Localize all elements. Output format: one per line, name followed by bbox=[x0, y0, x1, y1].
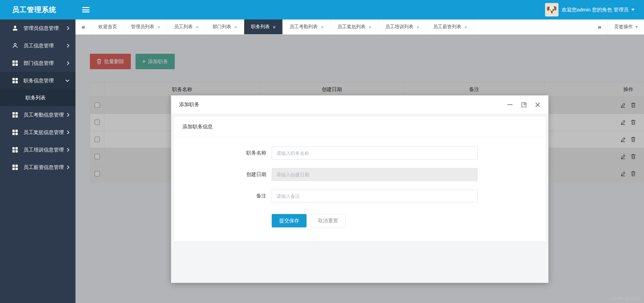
hamburger-menu-icon[interactable] bbox=[82, 7, 90, 12]
admin-user-icon bbox=[12, 25, 18, 31]
grid-icon bbox=[12, 60, 18, 66]
close-icon[interactable]: × bbox=[273, 24, 276, 30]
close-icon[interactable]: × bbox=[369, 24, 372, 30]
position-name-input[interactable] bbox=[272, 146, 478, 160]
chevron-right-icon bbox=[67, 44, 69, 48]
grid-icon bbox=[12, 129, 18, 135]
tab-attendance-list[interactable]: 员工考勤列表× bbox=[283, 19, 331, 34]
sidebar-subitem-position-list[interactable]: 职务列表 bbox=[0, 89, 75, 106]
add-position-card: 添加职务信息 职务名称 创建日期 备注 提交保存 bbox=[174, 117, 546, 242]
sidebar-item-admin-info[interactable]: 管理员信息管理 bbox=[0, 19, 75, 37]
chevron-down-icon bbox=[65, 79, 69, 82]
minimize-icon[interactable] bbox=[507, 102, 513, 107]
sidebar: 管理员信息管理 员工信息管理 部门信息管理 职务信息管理 职务列表 员工考勤 bbox=[0, 19, 75, 303]
tab-position-list[interactable]: 职务列表× bbox=[244, 19, 283, 34]
chevron-right-icon bbox=[67, 148, 69, 152]
chevron-right-icon bbox=[67, 165, 69, 169]
sidebar-item-department-info[interactable]: 部门信息管理 bbox=[0, 54, 75, 72]
sidebar-group-position-info: 职务信息管理 职务列表 bbox=[0, 72, 75, 106]
sidebar-item-salary-info[interactable]: 员工薪资信息管理 bbox=[0, 159, 75, 176]
tabs-scroll-right-icon[interactable]: » bbox=[592, 19, 608, 34]
tabs-scroll-left-icon[interactable]: « bbox=[75, 19, 92, 34]
tab-admin-list[interactable]: 管理员列表× bbox=[124, 19, 167, 34]
submit-save-button[interactable]: 提交保存 bbox=[272, 214, 307, 227]
tab-bar: « 欢迎首页 管理员列表× 员工列表× 部门列表× 职务列表× 员工考勤列表× … bbox=[75, 19, 644, 35]
app-title: 员工管理系统 bbox=[0, 5, 75, 14]
card-title: 添加职务信息 bbox=[174, 117, 546, 137]
chevron-down-icon bbox=[631, 9, 635, 11]
grid-icon bbox=[12, 147, 18, 153]
chevron-right-icon bbox=[67, 26, 69, 30]
modal-title: 添加职务 bbox=[179, 101, 199, 108]
tab-operations-dropdown[interactable]: 页签操作 bbox=[608, 19, 644, 34]
create-date-input[interactable] bbox=[272, 168, 478, 181]
sidebar-item-training-info[interactable]: 员工培训信息管理 bbox=[0, 141, 75, 159]
sidebar-item-position-info[interactable]: 职务信息管理 bbox=[0, 72, 75, 89]
watermark-text: CSDN @big-liu bbox=[611, 296, 641, 301]
person-outline-icon bbox=[12, 43, 18, 49]
grid-icon bbox=[12, 78, 18, 84]
remark-label: 备注 bbox=[237, 193, 266, 199]
tab-department-list[interactable]: 部门列表× bbox=[206, 19, 245, 34]
tab-salary-list[interactable]: 员工薪资列表× bbox=[426, 19, 474, 34]
tab-welcome[interactable]: 欢迎首页 bbox=[92, 19, 124, 34]
create-date-label: 创建日期 bbox=[237, 171, 266, 178]
close-icon[interactable] bbox=[535, 102, 540, 107]
chevron-right-icon bbox=[67, 130, 69, 134]
sidebar-item-reward-info[interactable]: 员工奖惩信息管理 bbox=[0, 124, 75, 141]
user-avatar: 🐶 bbox=[545, 3, 558, 16]
maximize-icon[interactable] bbox=[521, 102, 527, 107]
welcome-text: 欢迎您admin 您的角色 管理员 bbox=[562, 7, 629, 13]
sidebar-item-employee-info[interactable]: 员工信息管理 bbox=[0, 37, 75, 54]
modal-header: 添加职务 bbox=[171, 95, 548, 114]
chevron-down-icon bbox=[635, 26, 638, 28]
employee-management-app: 员工管理系统 🐶 欢迎您admin 您的角色 管理员 管理员信息管理 员工信息管… bbox=[0, 0, 644, 303]
chevron-right-icon bbox=[67, 61, 69, 65]
close-icon[interactable]: × bbox=[417, 24, 420, 30]
close-icon[interactable]: × bbox=[157, 24, 160, 30]
add-position-modal: 添加职务 添加职务信息 职务名称 bbox=[171, 95, 548, 283]
close-icon[interactable]: × bbox=[234, 24, 237, 30]
grid-icon bbox=[12, 112, 18, 118]
cancel-reset-button[interactable]: 取消重置 bbox=[311, 214, 345, 227]
grid-icon bbox=[12, 164, 18, 170]
sidebar-item-attendance-info[interactable]: 员工考勤信息管理 bbox=[0, 106, 75, 124]
remark-input[interactable] bbox=[272, 189, 478, 203]
close-icon[interactable]: × bbox=[464, 24, 467, 30]
position-name-label: 职务名称 bbox=[237, 150, 266, 156]
chevron-right-icon bbox=[67, 113, 69, 117]
user-menu[interactable]: 🐶 欢迎您admin 您的角色 管理员 bbox=[545, 3, 644, 16]
top-navbar: 员工管理系统 🐶 欢迎您admin 您的角色 管理员 bbox=[0, 0, 644, 19]
tab-training-list[interactable]: 员工培训列表× bbox=[379, 19, 427, 34]
tab-reward-list[interactable]: 员工奖惩列表× bbox=[331, 19, 379, 34]
tab-employee-list[interactable]: 员工列表× bbox=[167, 19, 206, 34]
modal-body: 添加职务信息 职务名称 创建日期 备注 提交保存 bbox=[171, 114, 548, 283]
close-icon[interactable]: × bbox=[196, 24, 199, 30]
close-icon[interactable]: × bbox=[321, 24, 324, 30]
